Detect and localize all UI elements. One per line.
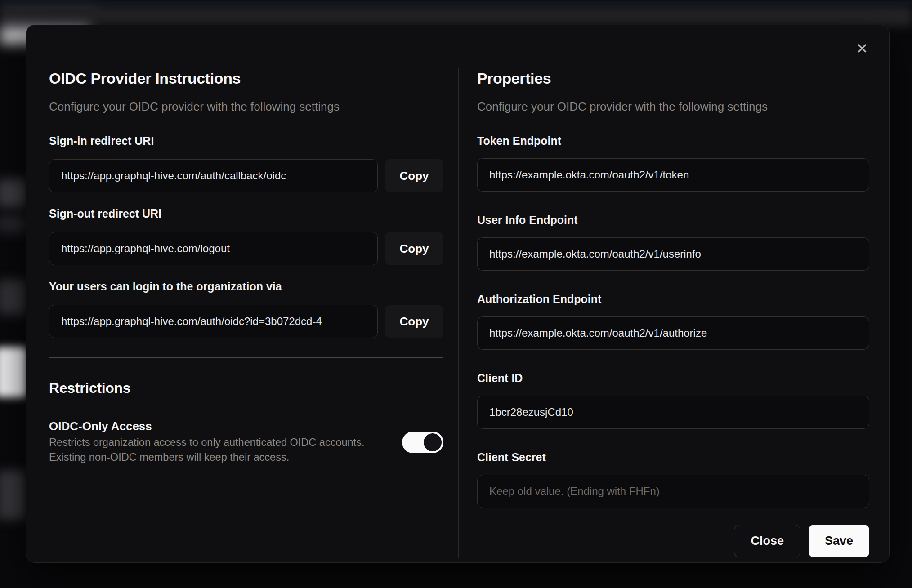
toggle-knob — [424, 433, 442, 451]
properties-title: Properties — [477, 68, 869, 88]
authorization-endpoint-label: Authorization Endpoint — [477, 292, 869, 306]
close-button[interactable]: Close — [734, 525, 800, 557]
token-endpoint-input[interactable] — [477, 158, 869, 192]
properties-column: Properties Configure your OIDC provider … — [477, 68, 869, 557]
background-blur-element — [0, 215, 27, 233]
background-blur-band — [0, 6, 912, 27]
client-secret-input[interactable] — [477, 475, 869, 508]
oidc-only-access-text: OIDC-Only Access Restricts organization … — [49, 419, 382, 465]
user-info-endpoint-label: User Info Endpoint — [477, 213, 869, 227]
oidc-settings-modal: ✕ OIDC Provider Instructions Configure y… — [26, 25, 890, 563]
sign-out-redirect-uri-input[interactable] — [49, 232, 378, 265]
sign-out-redirect-uri-label: Sign-out redirect URI — [49, 207, 443, 220]
modal-footer: Close Save — [477, 525, 869, 557]
client-id-input[interactable] — [477, 396, 869, 429]
login-url-label: Your users can login to the organization… — [49, 280, 443, 293]
oidc-only-access-toggle[interactable] — [402, 432, 443, 453]
background-blur-element — [0, 179, 27, 208]
client-secret-label: Client Secret — [477, 450, 869, 464]
sign-in-redirect-uri-input[interactable] — [49, 159, 378, 192]
background-blur-element — [0, 347, 27, 397]
login-url-input[interactable] — [49, 305, 378, 338]
description-line-2: Existing non-OIDC members will keep thei… — [49, 451, 289, 463]
oidc-only-access-row: OIDC-Only Access Restricts organization … — [49, 419, 443, 465]
user-info-endpoint-input[interactable] — [477, 237, 869, 271]
column-divider — [458, 68, 459, 558]
authorization-endpoint-input[interactable] — [477, 316, 869, 350]
copy-sign-in-uri-button[interactable]: Copy — [385, 159, 443, 192]
oidc-only-access-description: Restricts organization access to only au… — [49, 435, 382, 465]
properties-subtitle: Configure your OIDC provider with the fo… — [477, 99, 869, 114]
sign-in-redirect-uri-label: Sign-in redirect URI — [49, 134, 443, 147]
token-endpoint-label: Token Endpoint — [477, 134, 869, 147]
background-blur-element — [0, 280, 27, 315]
save-button[interactable]: Save — [809, 525, 869, 557]
background-blur-element — [0, 470, 26, 520]
background-blur-band — [0, 0, 912, 6]
oidc-only-access-label: OIDC-Only Access — [49, 419, 382, 433]
instructions-title: OIDC Provider Instructions — [49, 68, 443, 88]
close-icon[interactable]: ✕ — [850, 37, 874, 60]
copy-sign-out-uri-button[interactable]: Copy — [385, 232, 443, 265]
instructions-column: OIDC Provider Instructions Configure you… — [49, 68, 443, 465]
copy-login-url-button[interactable]: Copy — [385, 305, 443, 338]
section-divider — [49, 357, 443, 358]
restrictions-title: Restrictions — [49, 379, 443, 397]
description-line-1: Restricts organization access to only au… — [49, 437, 364, 448]
instructions-subtitle: Configure your OIDC provider with the fo… — [49, 99, 443, 114]
client-id-label: Client ID — [477, 371, 869, 385]
